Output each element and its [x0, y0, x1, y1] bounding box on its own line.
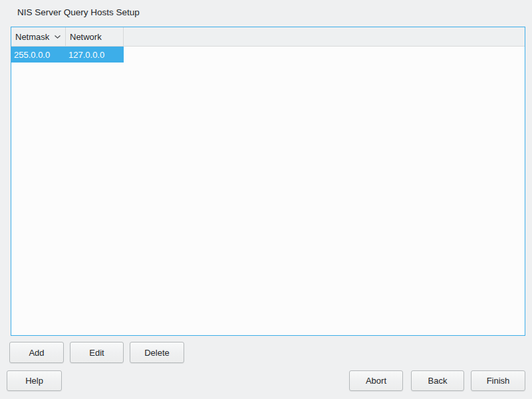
table-header: Netmask Network: [11, 27, 525, 47]
table-body[interactable]: 255.0.0.0 127.0.0.0: [11, 47, 525, 63]
hosts-table[interactable]: Netmask Network 255.0.0.0 127.0.0.0: [11, 27, 525, 336]
edit-button[interactable]: Edit: [70, 342, 124, 363]
add-button[interactable]: Add: [9, 342, 64, 363]
column-header-network[interactable]: Network: [66, 27, 124, 46]
cell-network: 127.0.0.0: [66, 50, 124, 60]
page-title: NIS Server Query Hosts Setup: [17, 7, 140, 18]
column-header-network-label: Network: [70, 32, 102, 42]
column-header-netmask-label: Netmask: [15, 32, 49, 42]
help-button[interactable]: Help: [7, 370, 62, 391]
chevron-down-icon: [54, 35, 61, 39]
finish-button[interactable]: Finish: [471, 370, 525, 391]
column-header-filler: [124, 27, 525, 46]
cell-netmask: 255.0.0.0: [11, 50, 66, 60]
back-button[interactable]: Back: [411, 370, 464, 391]
column-header-netmask[interactable]: Netmask: [11, 27, 66, 46]
abort-button[interactable]: Abort: [349, 370, 403, 391]
table-row[interactable]: 255.0.0.0 127.0.0.0: [11, 47, 124, 63]
delete-button[interactable]: Delete: [130, 342, 184, 363]
wizard-dialog: NIS Server Query Hosts Setup Netmask Net…: [0, 0, 532, 399]
